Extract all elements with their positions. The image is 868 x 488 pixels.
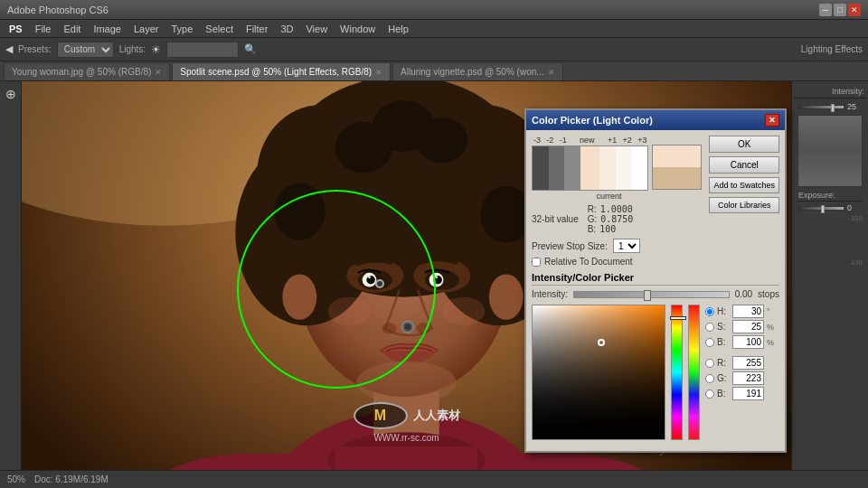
color-gradient-picker[interactable] <box>532 305 665 440</box>
saturation-strip[interactable] <box>688 305 700 440</box>
menu-layer[interactable]: Layer <box>128 22 165 36</box>
maximize-button[interactable]: □ <box>834 4 846 16</box>
b-value: 100 <box>599 224 616 234</box>
gradient-cell-pos3 <box>632 146 648 190</box>
intensity-panel-label: Intensity: <box>832 87 864 96</box>
menu-edit[interactable]: Edit <box>58 22 86 36</box>
doc-info: Doc: 6.19M/6.19M <box>34 474 108 484</box>
menu-select[interactable]: Select <box>200 22 239 36</box>
svg-rect-7 <box>335 446 478 470</box>
color-libraries-button[interactable]: Color Libraries <box>709 197 779 213</box>
tab-vignette[interactable]: Alluring vignette.psd @ 50% (won... ✕ <box>392 62 563 80</box>
dialog-close-button[interactable]: ✕ <box>765 114 779 127</box>
menu-filter[interactable]: Filter <box>241 22 273 36</box>
menu-image[interactable]: Image <box>88 22 127 36</box>
r-display-row: R: <box>705 356 779 370</box>
h-unit: ° <box>767 307 779 316</box>
intensity-label: Intensity: <box>532 289 568 299</box>
menu-ps[interactable]: PS <box>4 22 28 36</box>
svg-point-33 <box>417 323 431 334</box>
b-radio[interactable] <box>705 338 714 347</box>
b-display-label: B: <box>717 389 730 399</box>
slider-min-label: -100 <box>797 214 863 222</box>
intensity-panel-value: 25 <box>847 102 863 111</box>
menu-bar: PS File Edit Image Layer Type Select Fil… <box>0 20 868 38</box>
svg-point-36 <box>328 297 371 326</box>
search-icon[interactable]: 🔍 <box>244 43 257 55</box>
grad-label-new: new <box>580 136 595 145</box>
main-area: ⊕ <box>0 81 868 470</box>
menu-file[interactable]: File <box>30 22 57 36</box>
preview-stop-select[interactable]: 1 2 <box>613 239 640 253</box>
b-display-input[interactable] <box>732 387 764 400</box>
watermark-text: WWW.rr-sc.com <box>373 433 439 443</box>
grad-label-neg1: -1 <box>560 136 567 145</box>
preview-stop-label: Preview Stop Size: <box>532 241 608 251</box>
close-button[interactable]: ✕ <box>848 4 861 16</box>
rrsc-logo: 人人素材 <box>413 408 460 424</box>
h-input[interactable] <box>732 305 764 318</box>
tab-spotlit-scene[interactable]: Spotlit scene.psd @ 50% (Light Effects, … <box>172 62 391 80</box>
s-input[interactable] <box>732 320 764 333</box>
r-display-input[interactable] <box>732 356 764 370</box>
h-radio[interactable] <box>705 307 714 316</box>
tab-young-woman[interactable]: Young woman.jpg @ 50% (RGB/8) ✕ <box>4 62 170 80</box>
hue-strip[interactable] <box>671 305 683 440</box>
ok-button[interactable]: OK <box>709 136 779 153</box>
new-current-boxes <box>652 145 702 190</box>
current-color-box <box>653 167 701 189</box>
tab-close-icon[interactable]: ✕ <box>375 68 382 77</box>
g-display-input[interactable] <box>732 371 764 385</box>
exposure-panel-value: 0 <box>847 203 863 212</box>
presets-select[interactable]: Custom <box>57 42 114 58</box>
preview-stop-size-row: Preview Stop Size: 1 2 <box>532 239 779 253</box>
menu-help[interactable]: Help <box>382 22 414 36</box>
svg-point-32 <box>382 323 397 334</box>
current-label: current <box>532 192 648 201</box>
intensity-value: 0.00 <box>735 289 752 299</box>
b-input[interactable] <box>732 335 764 349</box>
r-value: 1.0000 <box>600 204 633 214</box>
back-icon[interactable]: ◀ <box>5 43 13 55</box>
tab-label: Spotlit scene.psd @ 50% (Light Effects, … <box>180 67 372 77</box>
svg-point-30 <box>368 276 371 278</box>
tabs-bar: Young woman.jpg @ 50% (RGB/8) ✕ Spotlit … <box>0 61 868 81</box>
gradient-cell-neg1 <box>564 146 580 190</box>
relative-checkbox[interactable] <box>532 258 541 267</box>
s-label: S: <box>717 322 730 332</box>
minimize-button[interactable]: ─ <box>819 4 832 16</box>
relative-label: Relative To Document <box>544 257 633 267</box>
lights-input[interactable] <box>166 42 239 58</box>
watermark: M 人人素材 WWW.rr-sc.com <box>354 402 460 443</box>
app-title: Adobe Photoshop CS6 <box>7 5 108 15</box>
g-value: 0.8750 <box>600 214 633 224</box>
grad-label-pos3: +3 <box>637 136 646 145</box>
menu-3d[interactable]: 3D <box>275 22 298 36</box>
svg-point-38 <box>356 361 456 404</box>
menu-window[interactable]: Window <box>335 22 381 36</box>
r-radio[interactable] <box>705 359 714 368</box>
window-controls: ─ □ ✕ <box>819 4 861 16</box>
b-row: B: % <box>705 335 779 349</box>
svg-point-19 <box>373 100 435 152</box>
tab-close-icon[interactable]: ✕ <box>155 68 162 77</box>
tool-move[interactable]: ⊕ <box>2 85 20 103</box>
hue-thumb <box>670 316 686 320</box>
intensity-thumb[interactable] <box>644 290 651 301</box>
right-panel: Intensity: 25 Exposure: 0 -100 <box>791 81 868 470</box>
menu-view[interactable]: View <box>300 22 333 36</box>
tab-close-icon[interactable]: ✕ <box>548 68 555 77</box>
b-display-radio[interactable] <box>705 389 714 399</box>
cancel-button[interactable]: Cancel <box>709 156 779 174</box>
intensity-slider[interactable] <box>573 291 730 298</box>
b-unit: % <box>767 338 779 347</box>
grad-label-pos2: +2 <box>623 136 632 145</box>
g-radio[interactable] <box>705 374 714 383</box>
dialog-title-bar: Color Picker (Light Color) ✕ <box>526 110 785 130</box>
gradient-cells <box>532 145 648 191</box>
tab-label: Young woman.jpg @ 50% (RGB/8) <box>12 67 151 77</box>
menu-type[interactable]: Type <box>166 22 199 36</box>
add-to-swatches-button[interactable]: Add to Swatches <box>709 177 779 193</box>
s-radio[interactable] <box>705 323 714 332</box>
gradient-cell-pos1 <box>599 146 616 190</box>
